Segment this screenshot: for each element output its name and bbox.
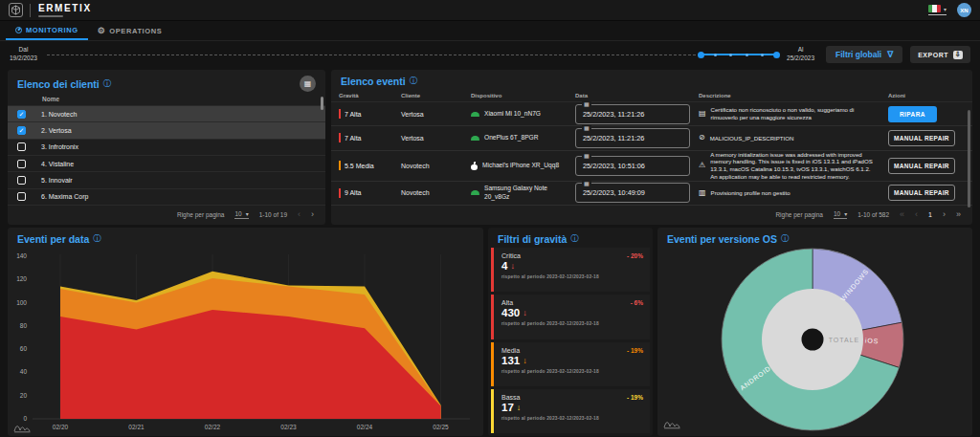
client-checkbox[interactable] <box>17 160 26 168</box>
severity-label: 5.5 Media <box>345 163 374 169</box>
prev-page-button[interactable]: ‹ <box>298 210 301 219</box>
date-range-slider[interactable] <box>47 54 777 55</box>
brand-block: ERMETIX <box>30 4 92 17</box>
slider-handle-start[interactable] <box>698 52 704 58</box>
caret-down-icon: ▾ <box>246 210 249 217</box>
events-table-body: 7 Alta Vertosa Xiaomi Mi 10_nN7G ▦25/2/2… <box>331 102 972 206</box>
svg-text:0: 0 <box>23 415 27 422</box>
events-by-date-chart: 02/2002/2102/2202/2302/2402/250204060801… <box>8 245 476 432</box>
rows-per-page-select[interactable]: 10 ▾ <box>834 210 847 219</box>
event-date-field[interactable]: ▦25/2/2023, 11:21:26 <box>575 128 690 148</box>
client-checkbox[interactable] <box>17 142 26 151</box>
client-row[interactable]: ✓ 2. Vertosa <box>8 122 325 139</box>
tab-monitoring[interactable]: MONITORING <box>6 21 88 40</box>
trend-down-icon: ↓ <box>523 308 527 317</box>
event-device: Michael's iPhone XR_Uqq8 <box>471 162 570 170</box>
client-row[interactable]: ✓ 1. Novotech <box>8 106 325 122</box>
event-date-field[interactable]: ▦25/2/2023, 11:21:26 <box>575 104 690 124</box>
manual-repair-button[interactable]: MANUAL REPAIR <box>888 185 955 201</box>
client-checkbox[interactable] <box>17 192 26 201</box>
calendar-icon: ▦ <box>582 152 591 159</box>
export-button[interactable]: EXPORT ⇩ <box>910 46 970 63</box>
brand-name: ERMETIX <box>38 4 92 13</box>
ermetix-logo-icon <box>9 3 23 17</box>
info-icon[interactable]: ⓘ <box>781 233 790 245</box>
client-row[interactable]: 5. Innovair <box>8 172 325 188</box>
svg-text:iOS: iOS <box>865 337 879 344</box>
events-scrollbar[interactable] <box>968 110 970 208</box>
client-row[interactable]: 4. Vistaline <box>8 156 325 172</box>
events-panel-title: Elenco eventi <box>341 76 406 87</box>
severity-card-bassa[interactable]: Bassa 17↓ rispetto al periodo 2023-02-12… <box>491 389 650 433</box>
events-by-date-title: Eventi per data <box>17 233 89 245</box>
language-selector[interactable]: ▾ <box>928 5 947 15</box>
slider-selected-range[interactable] <box>701 54 777 55</box>
client-row[interactable]: 3. Infrotronix <box>8 140 325 156</box>
clients-panel-title: Elenco dei clienti <box>17 78 100 90</box>
severity-card-alta[interactable]: Alta 430↓ rispetto al periodo 2023-02-12… <box>491 295 650 339</box>
event-description: ⊘MALICIOUS_IP_DESCRIPTION <box>699 133 883 142</box>
ripara-button[interactable]: RIPARA <box>888 106 937 122</box>
prev-page-button[interactable]: ‹ <box>915 210 918 219</box>
severity-card-media[interactable]: Media 131↓ rispetto al periodo 2023-02-1… <box>491 342 650 386</box>
info-icon[interactable]: ⓘ <box>93 233 101 245</box>
clients-list: ✓ 1. Novotech ✓ 2. Vertosa 3. Infrotroni… <box>8 106 325 206</box>
client-checkbox-checked[interactable]: ✓ <box>17 110 26 119</box>
event-row[interactable]: 9 Alta Novotech Samsung Galaxy Note 20_v… <box>331 182 972 206</box>
global-filters-button[interactable]: Filtri globali ∇ <box>826 46 902 63</box>
next-page-button[interactable]: › <box>943 210 946 219</box>
svg-text:02/25: 02/25 <box>433 424 449 430</box>
event-device: Samsung Galaxy Note 20_v8Gz <box>471 185 570 201</box>
last-page-button[interactable]: » <box>956 210 961 219</box>
caret-down-icon: ▾ <box>944 6 947 12</box>
change-percent: - 6% <box>631 299 643 306</box>
event-description: ▥Provisioning profile non gestito <box>699 188 883 198</box>
first-page-button[interactable]: « <box>900 210 904 219</box>
brand-tagline <box>38 15 63 17</box>
slider-track[interactable] <box>47 55 701 55</box>
svg-text:140: 140 <box>16 252 27 259</box>
event-row[interactable]: 5.5 Media Novotech Michael's iPhone XR_U… <box>331 151 972 182</box>
next-page-button[interactable]: › <box>311 210 314 219</box>
severity-label: 9 Alta <box>345 189 362 196</box>
chart-watermark-logo <box>13 422 33 433</box>
svg-text:40: 40 <box>20 368 28 375</box>
event-client: Novotech <box>401 163 466 169</box>
svg-text:100: 100 <box>16 299 27 306</box>
client-checkbox[interactable] <box>17 176 26 185</box>
svg-text:02/21: 02/21 <box>128 424 145 430</box>
severity-bar <box>339 109 341 119</box>
clients-scrollbar[interactable] <box>321 97 323 110</box>
client-checkbox-checked[interactable]: ✓ <box>17 126 26 135</box>
event-date-field[interactable]: ▦25/2/2023, 10:49:09 <box>575 183 690 203</box>
svg-text:02/22: 02/22 <box>205 424 221 430</box>
event-device: OnePlus 6T_8PGR <box>471 134 570 142</box>
info-icon[interactable]: ⓘ <box>103 78 112 90</box>
svg-text:02/20: 02/20 <box>53 424 69 430</box>
current-page: 1 <box>928 211 932 218</box>
user-avatar[interactable]: XN <box>957 3 971 17</box>
gauge-icon <box>15 27 22 33</box>
calendar-icon: ▦ <box>582 180 591 186</box>
info-icon[interactable]: ⓘ <box>410 76 418 87</box>
event-date-field[interactable]: ▦25/2/2023, 10:51:06 <box>575 156 690 176</box>
tab-operations[interactable]: ⚙ OPERATIONS <box>88 21 172 40</box>
svg-text:60: 60 <box>20 345 28 352</box>
android-icon <box>471 136 479 141</box>
change-percent: - 19% <box>627 394 643 401</box>
info-icon[interactable]: ⓘ <box>570 233 579 245</box>
rows-per-page-select[interactable]: 10 ▾ <box>234 210 248 219</box>
table-view-button[interactable]: ▦ <box>300 76 316 92</box>
event-row[interactable]: 7 Alta Vertosa OnePlus 6T_8PGR ▦25/2/202… <box>331 126 972 150</box>
slider-handle-end[interactable] <box>773 52 780 58</box>
events-by-os-chart: WINDOWSiOSANDROIDTOTALE <box>657 245 967 432</box>
client-row[interactable]: 6. Maxima Corp <box>8 189 325 206</box>
event-row[interactable]: 7 Alta Vertosa Xiaomi Mi 10_nN7G ▦25/2/2… <box>331 102 972 126</box>
download-icon: ⇩ <box>953 51 963 59</box>
manual-repair-button[interactable]: MANUAL REPAIR <box>888 130 955 146</box>
severity-card-critica[interactable]: Critica 4↓ rispetto al periodo 2023-02-1… <box>491 248 650 292</box>
filter-funnel-icon: ∇ <box>887 51 893 59</box>
severity-label: 7 Alta <box>345 135 362 142</box>
manual-repair-button[interactable]: MANUAL REPAIR <box>888 158 955 174</box>
profile-icon: ▥ <box>699 188 706 198</box>
